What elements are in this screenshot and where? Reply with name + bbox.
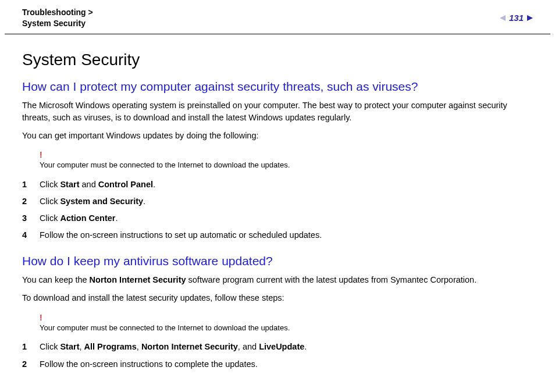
section2-para2: To download and install the latest secur… bbox=[22, 292, 533, 304]
section1-heading: How can I protect my computer against se… bbox=[22, 80, 533, 94]
warning-icon: ! bbox=[40, 313, 533, 322]
breadcrumb: Troubleshooting > System Security bbox=[22, 7, 93, 29]
page-content: System Security How can I protect my com… bbox=[0, 34, 555, 392]
prev-page-arrow-icon[interactable] bbox=[500, 15, 506, 21]
step-number: 4 bbox=[22, 229, 40, 242]
section2: How do I keep my antivirus software upda… bbox=[22, 254, 533, 372]
section1-para1: The Microsoft Windows operating system i… bbox=[22, 99, 533, 124]
section2-note: ! Your computer must be connected to the… bbox=[22, 313, 533, 333]
section1-para2: You can get important Windows updates by… bbox=[22, 130, 533, 142]
section2-heading: How do I keep my antivirus software upda… bbox=[22, 254, 533, 268]
step-number: 1 bbox=[22, 178, 40, 191]
breadcrumb-line2: System Security bbox=[22, 18, 93, 29]
step-text: Follow the on-screen instructions to set… bbox=[40, 229, 533, 242]
section1-steps: 1 Click Start and Control Panel. 2 Click… bbox=[22, 176, 533, 244]
page-number: 131 bbox=[509, 13, 524, 23]
step-number: 3 bbox=[22, 212, 40, 225]
page-navigation: 131 bbox=[500, 7, 533, 23]
step-text: Click Start, All Programs, Norton Intern… bbox=[40, 340, 533, 354]
section1-note: ! Your computer must be connected to the… bbox=[22, 150, 533, 170]
section1-note-text: Your computer must be connected to the I… bbox=[40, 161, 290, 169]
step-number: 2 bbox=[22, 195, 40, 208]
step-text: Click Action Center. bbox=[40, 212, 533, 225]
next-page-arrow-icon[interactable] bbox=[527, 15, 533, 21]
breadcrumb-line1: Troubleshooting > bbox=[22, 7, 93, 18]
section2-para1: You can keep the Norton Internet Securit… bbox=[22, 274, 533, 286]
list-item: 1 Click Start and Control Panel. bbox=[22, 176, 533, 193]
list-item: 2 Click System and Security. bbox=[22, 193, 533, 210]
step-text: Click System and Security. bbox=[40, 195, 533, 208]
warning-icon: ! bbox=[40, 150, 533, 159]
list-item: 4 Follow the on-screen instructions to s… bbox=[22, 227, 533, 244]
list-item: 2 Follow the on-screen instructions to c… bbox=[22, 356, 533, 373]
list-item: 3 Click Action Center. bbox=[22, 210, 533, 227]
step-text: Click Start and Control Panel. bbox=[40, 178, 533, 191]
step-number: 2 bbox=[22, 358, 40, 371]
list-item: 1 Click Start, All Programs, Norton Inte… bbox=[22, 338, 533, 355]
step-text: Follow the on-screen instructions to com… bbox=[40, 358, 533, 371]
page-title: System Security bbox=[22, 51, 533, 69]
page-header: Troubleshooting > System Security 131 bbox=[0, 0, 555, 34]
section2-note-text: Your computer must be connected to the I… bbox=[40, 323, 290, 332]
section2-steps: 1 Click Start, All Programs, Norton Inte… bbox=[22, 338, 533, 372]
step-number: 1 bbox=[22, 340, 40, 354]
